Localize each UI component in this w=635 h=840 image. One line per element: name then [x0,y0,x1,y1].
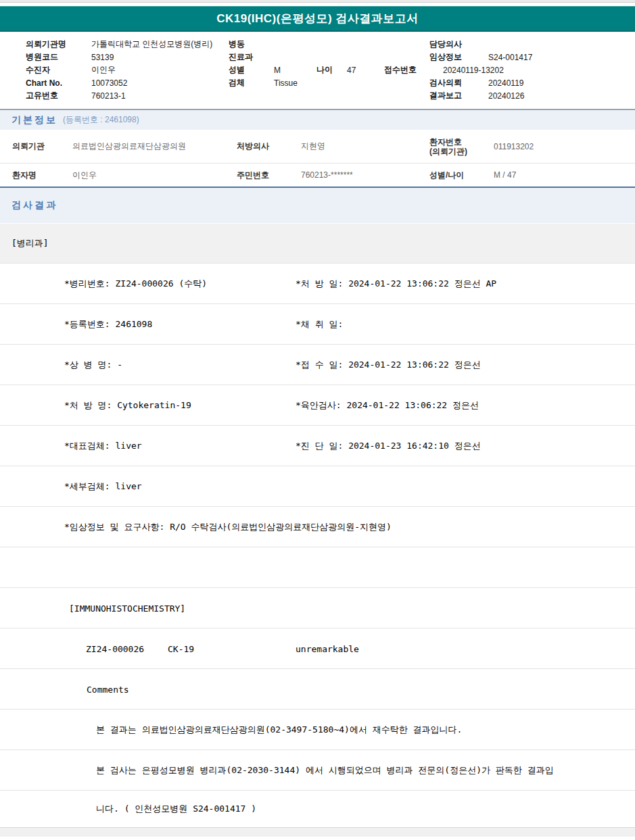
detail-left: *임상정보 및 요구사항: R/O 수탁검사(의료법인삼광의료재단삼광의원-지현… [64,521,392,533]
field-value: 10073052 [91,78,229,88]
ihc-test-result: unremarkable [296,643,359,653]
field-label: 진료과 [229,51,274,63]
detail-left: *처 방 명: Cytokeratin-19 [64,399,191,412]
field-label: 병원코드 [26,51,91,63]
table-row: 의뢰기관 의료법인삼광의료재단삼광의원 처방의사 지현영 환자번호 (의뢰기관)… [0,130,635,164]
field-value: 53139 [91,53,229,62]
ihc-header-label: [IMMUNOHISTOCHEMISTRY] [69,603,185,613]
comment-row: 본 검사는 은평성모병원 병리과(02-2030-3144) 에서 시행되었으며… [0,749,635,790]
detail-right: *육안검사: 2024-01-22 13:06:22 정은선 [296,399,479,412]
comment-row: 본 결과는 의료법인삼광의료재단삼광의원(02-3497-5180~4)에서 재… [0,709,635,749]
field-value: 20240126 [488,91,524,101]
patient-header-row: Chart No. 10073052 검체 Tissue 검사의뢰 202401… [0,76,635,89]
field-label: 나이 [316,64,347,76]
comments-header-row: Comments [0,668,635,709]
field-value: Tissue [274,78,429,88]
patient-header-row: 수진자 이인우 성별 M 나이 47 접수번호 20240119-13202 [0,64,635,76]
section-title: 검사결과 [11,199,57,212]
department-row: [병리과] [0,223,635,263]
field-value: 가톨릭대학교 인천성모병원(병리) [91,39,229,50]
result-detail-row: *임상정보 및 요구사항: R/O 수탁검사(의료법인삼광의료재단삼광의원-지현… [0,506,635,547]
field-value: 47 [347,66,384,75]
ihc-header-row: [IMMUNOHISTOCHEMISTRY] [0,587,635,628]
field-label: 임상정보 [429,51,488,63]
result-detail-row: *등록번호: 2461098 *채 취 일: [0,303,635,344]
field-value: 20240119 [488,78,524,88]
cell-label: 의뢰기관 [12,141,72,152]
field-label: Chart No. [26,78,91,88]
field-value: M [274,66,316,75]
field-label: 검사의뢰 [429,77,488,89]
cell-label: 환자명 [12,170,72,181]
result-detail-row: *대표검체: liver *진 단 일: 2024-01-23 16:42:10… [0,425,635,466]
cell-label: 성별/나이 [429,170,494,180]
empty-row [0,547,635,587]
cell-value: 의료법인삼광의료재단삼광의원 [72,141,237,152]
detail-right: *진 단 일: 2024-01-23 16:42:10 정은선 [296,440,481,452]
result-detail-row: *세부검체: liver [0,466,635,506]
cell-label: 주민번호 [237,170,301,181]
ihc-specimen-no: ZI24-000026 [86,643,144,653]
detail-right: *처 방 일: 2024-01-22 13:06:22 정은선 AP [296,278,496,290]
detail-left: *대표검체: liver [64,440,142,452]
cell-label: 환자번호 (의뢰기관) [429,137,494,156]
patient-header-row: 병원코드 53139 진료과 임상정보 S24-001417 [0,51,635,64]
field-label: 성별 [229,64,274,76]
result-detail-row: *병리번호: ZI24-000026 (수탁) *처 방 일: 2024-01-… [0,263,635,303]
detail-left: *등록번호: 2461098 [64,318,152,330]
field-value: 이인우 [91,64,229,76]
field-label: 의뢰기관명 [26,39,91,50]
patient-header-block: 의뢰기관명 가톨릭대학교 인천성모병원(병리) 병동 담당의사 병원코드 531… [0,32,635,109]
detail-left: *병리번호: ZI24-000026 (수탁) [64,278,207,290]
field-label: 수진자 [26,64,91,76]
results-section-header: 검사결과 [0,187,635,223]
result-detail-row: *상 병 명: - *접 수 일: 2024-01-22 13:06:22 정은… [0,344,635,385]
cell-label-line2: (의뢰기관) [429,147,467,156]
comment-line: 니다. ( 인천성모병원 S24-001417 ) [96,803,256,815]
footer-strip [0,827,635,837]
cell-label-line1: 환자번호 [429,137,462,147]
result-detail-row: *처 방 명: Cytokeratin-19 *육안검사: 2024-01-22… [0,385,635,425]
detail-left: *상 병 명: - [64,359,122,371]
field-label: 결과보고 [429,90,488,101]
table-row: 환자명 이인우 주민번호 760213-******* 성별/나이 M / 47 [0,164,635,187]
comment-line: 본 검사는 은평성모병원 병리과(02-2030-3144) 에서 시행되었으며… [96,764,554,776]
section-subtitle: (등록번호 : 2461098) [63,114,139,126]
basic-info-table: 의뢰기관 의료법인삼광의료재단삼광의원 처방의사 지현영 환자번호 (의뢰기관)… [0,130,635,187]
cell-value: 이인우 [72,170,237,181]
detail-left: *세부검체: liver [64,480,142,493]
field-value: S24-001417 [488,53,532,62]
cell-value: M / 47 [494,170,516,180]
patient-header-row: 고유번호 760213-1 결과보고 20240126 [0,89,635,102]
department-label: [병리과] [11,237,49,249]
field-label: 고유번호 [26,90,91,101]
detail-right: *접 수 일: 2024-01-22 13:06:22 정은선 [296,359,481,371]
cell-value: 760213-******* [301,170,429,180]
ihc-result-row: ZI24-000026 CK-19 unremarkable [0,628,635,668]
field-label: 접수번호 [384,64,443,76]
cell-value: 지현영 [301,141,429,152]
field-label: 병동 [229,39,274,50]
cell-value: 011913202 [494,142,534,151]
field-value: 20240119-13202 [443,66,504,75]
cell-label: 처방의사 [237,141,301,152]
patient-header-row: 의뢰기관명 가톨릭대학교 인천성모병원(병리) 병동 담당의사 [0,38,635,51]
report-page: CK19(IHC)(은평성모) 검사결과보고서 의뢰기관명 가톨릭대학교 인천성… [0,0,635,837]
ihc-test-name: CK-19 [168,643,194,653]
field-label: 담당의사 [429,39,488,50]
report-title: CK19(IHC)(은평성모) 검사결과보고서 [0,6,635,32]
detail-right: *채 취 일: [296,318,343,330]
comment-row: 니다. ( 인천성모병원 S24-001417 ) [0,790,635,827]
section-title: 기본정보 [11,114,57,126]
comment-line: 본 결과는 의료법인삼광의료재단삼광의원(02-3497-5180~4)에서 재… [96,724,462,736]
basic-info-section-header: 기본정보 (등록번호 : 2461098) [0,109,635,130]
comments-label: Comments [87,684,129,694]
field-label: 검체 [229,77,274,89]
field-value: 760213-1 [91,91,229,101]
